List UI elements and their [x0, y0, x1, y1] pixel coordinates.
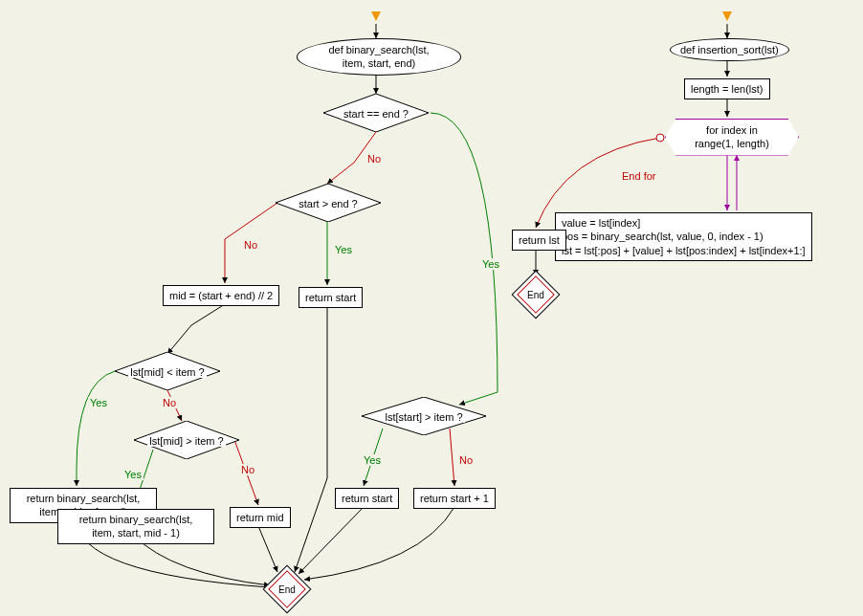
cond-start-gt-item: lst[start] > item ? — [362, 397, 486, 435]
svg-point-6 — [656, 134, 664, 142]
edge-no-3: No — [457, 454, 475, 466]
length-assign: length = len(lst) — [684, 78, 770, 99]
edge-yes-4: Yes — [88, 397, 109, 408]
edge-end-for: End for — [620, 170, 657, 182]
edge-no-4: No — [161, 397, 178, 408]
return-recurse-left: return binary_search(lst, item, start, m… — [57, 509, 214, 544]
cond-mid-lt-item: lst[mid] < item ? — [115, 352, 220, 390]
edge-yes-3: Yes — [362, 454, 383, 466]
cond-start-eq-end: start == end ? — [323, 94, 429, 132]
func-def-binary-search: def binary_search(lst, item, start, end) — [297, 38, 461, 76]
entry-arrow-right — [722, 11, 732, 21]
return-mid: return mid — [230, 507, 291, 528]
cond-mid-gt-item: lst[mid] > item ? — [134, 421, 239, 459]
edge-no-1: No — [365, 153, 383, 165]
return-start-a: return start — [299, 287, 363, 308]
edge-yes-2: Yes — [333, 244, 354, 255]
mid-assign: mid = (start + end) // 2 — [163, 285, 279, 306]
end-left: End — [270, 572, 304, 606]
edge-yes-5: Yes — [122, 469, 144, 480]
edge-yes-1: Yes — [480, 258, 501, 270]
func-def-text: def binary_search(lst, item, start, end) — [328, 44, 429, 69]
loop-body: value = lst[index] pos = binary_search(l… — [555, 212, 812, 261]
edge-no-5: No — [239, 464, 256, 475]
for-loop: for index in range(1, length) — [665, 119, 799, 156]
return-start-plus1: return start + 1 — [413, 488, 496, 509]
edge-no-2: No — [242, 239, 259, 251]
func-def-insertion-sort: def insertion_sort(lst) — [670, 38, 789, 61]
cond-start-gt-end: start > end ? — [276, 184, 381, 222]
entry-arrow-left — [371, 11, 381, 21]
return-start-b: return start — [335, 488, 399, 509]
end-right: End — [519, 277, 553, 312]
return-lst: return lst — [512, 230, 566, 251]
